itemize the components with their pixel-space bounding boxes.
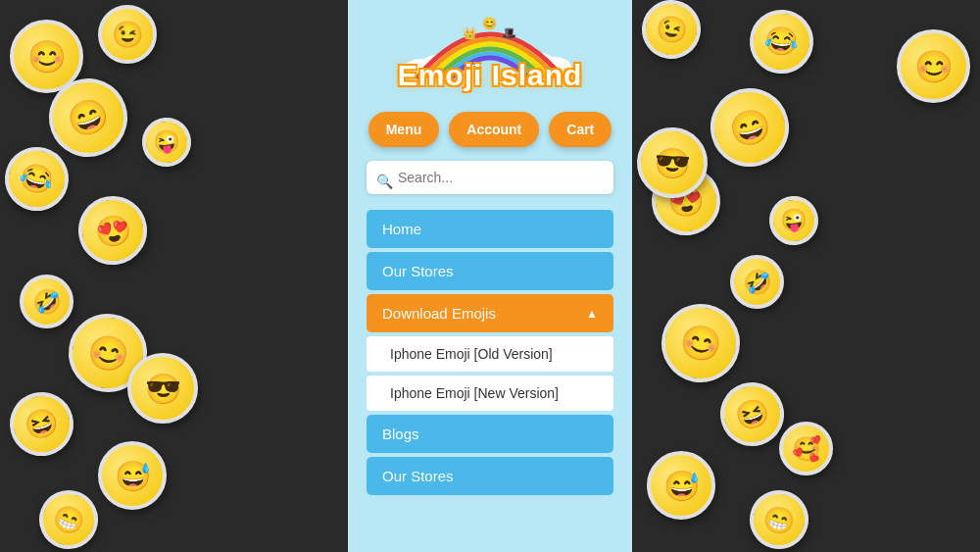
- emoji-badge: 😎: [127, 353, 198, 424]
- emoji-badge: 😂: [747, 7, 815, 75]
- emoji-badge: 🤣: [730, 255, 784, 309]
- app-title: Emoji Island: [398, 59, 583, 92]
- emoji-badge: 😄: [702, 79, 798, 176]
- menu-item-our-stores[interactable]: Our Stores: [367, 252, 613, 290]
- emoji-badge: 😁: [743, 483, 814, 552]
- menu-item-download-emojis[interactable]: Download Emojis ▲: [367, 294, 613, 332]
- submenu-item-old-version[interactable]: Iphone Emoji [Old Version]: [367, 336, 613, 372]
- emoji-badge: 😊: [655, 297, 748, 390]
- menu-item-home[interactable]: Home: [367, 210, 613, 248]
- emoji-badge: 🥰: [779, 422, 833, 476]
- logo-area: 👑 😊 🎩 Emoji Island: [348, 0, 632, 100]
- emoji-badge: 😁: [31, 482, 107, 552]
- account-button[interactable]: Account: [449, 112, 539, 147]
- left-bg-pattern: 😊 😉 😄 😂 😍 🤣 😊 😆 😅 😁 😜 😎: [0, 0, 348, 552]
- menu-button[interactable]: Menu: [368, 112, 440, 147]
- emoji-badge: 🤣: [20, 275, 74, 328]
- emoji-badge: 😅: [647, 451, 715, 520]
- main-panel: 👑 😊 🎩 Emoji Island Menu Account Cart 🔍 H…: [348, 0, 632, 552]
- emoji-badge: 😉: [98, 5, 157, 64]
- svg-text:🎩: 🎩: [502, 25, 516, 40]
- search-wrapper: 🔍: [367, 161, 613, 202]
- emoji-badge: 😊: [897, 29, 970, 103]
- svg-text:👑: 👑: [463, 25, 477, 40]
- right-bg-pattern: 😊 😉 😄 😂 😍 🤣 😊 😆 😅 😁 😜 😎 🥰: [632, 0, 980, 552]
- emoji-badge: 😜: [140, 116, 193, 169]
- nav-buttons: Menu Account Cart: [368, 112, 612, 147]
- emoji-badge: 😍: [73, 190, 152, 270]
- cart-button[interactable]: Cart: [549, 112, 612, 147]
- right-background: 😊 😉 😄 😂 😍 🤣 😊 😆 😅 😁 😜 😎 🥰: [632, 0, 980, 552]
- left-background: 😊 😉 😄 😂 😍 🤣 😊 😆 😅 😁 😜 😎: [0, 0, 348, 552]
- emoji-badge: 😅: [98, 441, 167, 510]
- emoji-badge: 😆: [3, 385, 81, 464]
- search-icon: 🔍: [376, 174, 393, 189]
- menu-item-our-stores-2[interactable]: Our Stores: [367, 457, 613, 495]
- menu-list: Home Our Stores Download Emojis ▲ Iphone…: [367, 210, 613, 495]
- submenu-item-new-version[interactable]: Iphone Emoji [New Version]: [367, 376, 613, 411]
- emoji-badge: 😜: [767, 194, 820, 247]
- search-input[interactable]: [367, 161, 613, 194]
- chevron-up-icon: ▲: [586, 307, 598, 321]
- emoji-badge: 😂: [0, 140, 75, 219]
- emoji-badge: 😉: [637, 0, 706, 64]
- menu-item-blogs[interactable]: Blogs: [367, 415, 613, 453]
- svg-text:😊: 😊: [482, 16, 497, 30]
